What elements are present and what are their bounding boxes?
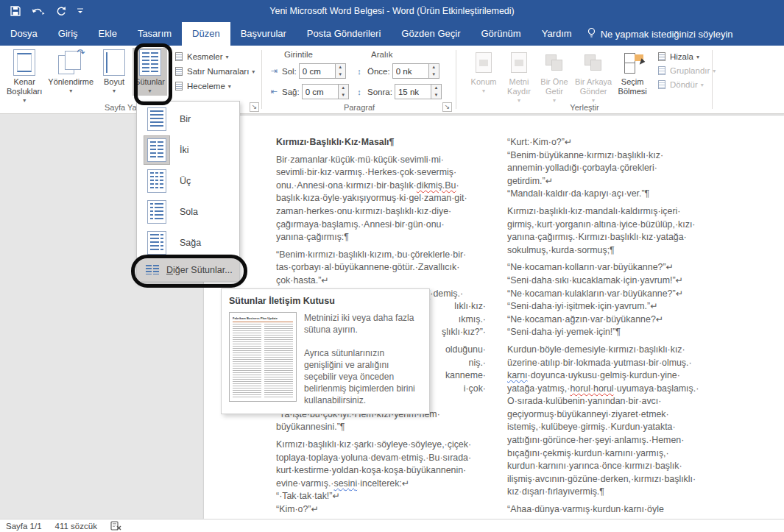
paragraph: Bir·zamanlar·küçük·mü·küçük·sevimli·mi·s…	[276, 154, 486, 244]
kesmeler-button[interactable]: Kesmeler▾	[174, 52, 255, 62]
dropdown-caret-icon: ▾	[482, 88, 485, 94]
columns-layout-icon	[147, 231, 166, 255]
paragraph: “Ne·kocaman·kolların·var·büyükanne?”↵“Se…	[507, 261, 717, 339]
customize-qat-icon[interactable]	[77, 7, 84, 15]
sonra-input[interactable]	[395, 85, 431, 99]
columns-dropdown-menu: BirİkiÜçSolaSağaDiğer Sütunlar...	[136, 101, 240, 282]
hyphenation-icon	[174, 81, 184, 91]
document-line: “Seni·daha·iyi·yemek·için!”¶	[507, 326, 717, 339]
ribbon: Kenar Boşlukları▾↷Yönlendirme▾Boyut▾Sütu…	[0, 46, 784, 114]
document-line: girmiş,·kurt·yorganın·altına·iyice·büzül…	[507, 219, 717, 232]
document-line: sokulmuş,·kurda·sormuş;¶	[507, 244, 717, 258]
önce-input[interactable]	[393, 64, 428, 78]
tooltip-paragraph-2: Ayrıca sütunlarınızın genişliğini ve ara…	[304, 347, 422, 406]
tell-me-box[interactable]: Ne yapmak istediğinizi söyleyin	[587, 22, 733, 46]
menu-item-more-columns[interactable]: Diğer Sütunlar...	[137, 258, 239, 281]
dropdown-caret-icon: ▾	[252, 68, 255, 75]
arrange-group: Konum▾Metni Kaydır▾Bir Öne Getir▾Bir Ark…	[456, 46, 713, 113]
tab-giriş[interactable]: Giriş	[48, 22, 88, 46]
button-label: Boyut	[104, 77, 124, 87]
sol-input[interactable]	[300, 64, 335, 78]
document-line: “Seni·daha·iyi·işitmek·için·yavrum.”↵	[507, 300, 717, 313]
menu-item-sağa[interactable]: Sağa	[137, 227, 239, 258]
document-line: yanına·çağırmış.·Kırmızı·başlıklı·kız·ya…	[507, 231, 717, 244]
save-icon[interactable]	[10, 6, 21, 16]
yönlendirme-button[interactable]: ↷Yönlendirme▾	[46, 48, 96, 96]
dropdown-caret-icon: ▾	[713, 68, 716, 74]
tell-me-label: Ne yapmak istediğinizi söyleyin	[601, 29, 733, 40]
sütunlar-button[interactable]: Sütunlar▾	[133, 48, 167, 96]
heceleme-button[interactable]: Heceleme▾	[174, 81, 255, 91]
menu-item-üç[interactable]: Üç	[137, 166, 239, 196]
document-line: “Kim·o?”↵	[276, 503, 486, 517]
selection-pane-icon	[623, 53, 642, 72]
dropdown-caret-icon: ▾	[696, 54, 699, 60]
sağ-input-box: ▲▼	[302, 84, 349, 99]
menu-item-label: Diğer Sütunlar...	[166, 265, 233, 275]
bir-arkaya-gönder-button: Bir Arkaya Gönder▾	[573, 48, 614, 105]
dropdown-caret-icon: ▾	[226, 54, 229, 60]
tab-ekle[interactable]: Ekle	[88, 22, 127, 46]
proofing-errors-icon[interactable]	[110, 521, 121, 531]
menu-item-sola[interactable]: Sola	[137, 196, 239, 227]
wrap-text-icon	[511, 52, 527, 73]
tab-dosya[interactable]: Dosya	[0, 22, 48, 46]
spacing-header: Aralık	[371, 50, 392, 59]
orientation-icon: ↷	[58, 49, 83, 76]
indent-right-icon: ⇤	[268, 87, 280, 96]
document-line: zaman·herkes·onu·kırmızı·başlıklı·kız·di…	[276, 205, 486, 219]
ribbon-tab-row: DosyaGirişEkleTasarımDüzenBaşvurularPost…	[0, 22, 784, 46]
tooltip-paragraph-1: Metninizi iki veya daha fazla sütuna ayı…	[304, 312, 422, 336]
tab-gözden-geçir[interactable]: Gözden Geçir	[391, 22, 470, 46]
spinner-arrows[interactable]: ▲▼	[428, 64, 439, 78]
tab-görünüm[interactable]: Görünüm	[470, 22, 531, 46]
columns-layout-icon	[147, 200, 166, 224]
document-line: “Benim·kırmızı·başlıklı·kızım,·bu·çörekl…	[276, 249, 486, 262]
tab-yardım[interactable]: Yardım	[532, 22, 582, 46]
document-line: annemin·yolladığı·çorbayla·çörekleri·	[507, 162, 717, 175]
sonra-field-row: ↕Sonra:▲▼	[353, 84, 442, 99]
paragraph-dialog-launcher-icon[interactable]: ↘	[442, 102, 452, 112]
document-line: kurt·kestirme·yoldan·koşa·koşa·büyükanne…	[276, 464, 486, 478]
document-line: büyükannesini.”¶	[276, 421, 486, 434]
button-label: Konum	[471, 77, 497, 87]
word-count-indicator[interactable]: 411 sözcük	[55, 522, 97, 531]
boyut-button[interactable]: Boyut▾	[97, 48, 131, 96]
spinner-arrows[interactable]: ▲▼	[335, 64, 345, 78]
button-label: Satır Numaraları	[187, 67, 249, 76]
hizala-button[interactable]: Hizala▾	[657, 52, 716, 62]
columns-layout-iconbox	[144, 229, 169, 257]
undo-icon[interactable]	[31, 7, 46, 16]
önce-input-box: ▲▼	[392, 63, 439, 79]
sağ-field-row: ⇤Sağ:▲▼	[268, 84, 349, 99]
field-label: Önce:	[367, 67, 390, 76]
sağ-input[interactable]	[303, 85, 338, 99]
space-before-icon: ↕	[353, 67, 365, 76]
paragraph: Kurdun·böyle·demesiyle·kırmızı·başlıklı·…	[507, 344, 717, 499]
columns-layout-icon	[147, 169, 166, 193]
tab-düzen[interactable]: Düzen	[182, 22, 230, 46]
document-line: “·Tak·tak·tak!”↵	[276, 490, 486, 503]
menu-item-i-ki[interactable]: İki	[137, 135, 239, 166]
satır-numaraları-button[interactable]: Satır Numaraları▾	[174, 66, 255, 77]
button-label: Kesmeler	[187, 52, 223, 61]
önce-field-row: ↕Önce:▲▼	[353, 63, 439, 79]
spinner-arrows[interactable]: ▲▼	[431, 85, 441, 99]
sonra-input-box: ▲▼	[395, 84, 442, 99]
document-line: sevimli·bir·kız·varmış.·Herkes·çok·sever…	[276, 166, 486, 180]
tab-posta-gönderileri[interactable]: Posta Gönderileri	[297, 22, 391, 46]
dropdown-caret-icon: ▾	[228, 83, 231, 90]
spinner-arrows[interactable]: ▲▼	[338, 85, 348, 99]
seçim-bölmesi-button[interactable]: Seçim Bölmesi	[615, 48, 649, 98]
tab-başvurular[interactable]: Başvurular	[230, 22, 297, 46]
page-number-indicator[interactable]: Sayfa 1/1	[6, 522, 42, 531]
page-setup-dialog-launcher-icon[interactable]: ↘	[250, 102, 259, 112]
document-line: Kırmızı·başlıklı·kız·mandalı·kaldırmış·i…	[507, 205, 717, 219]
redo-icon[interactable]	[56, 6, 66, 16]
document-line: Kurdun·böyle·demesiyle·kırmızı·başlıklı·…	[507, 344, 717, 357]
menu-item-bir[interactable]: Bir	[137, 104, 239, 135]
document-line: “Ahaa·dünya·varmış·kurdun·karnı·öyle	[507, 503, 717, 517]
tab-tasarım[interactable]: Tasarım	[127, 22, 182, 46]
kenar-boşlukları-button[interactable]: Kenar Boşlukları▾	[4, 48, 44, 105]
rotate-icon	[657, 79, 667, 90]
